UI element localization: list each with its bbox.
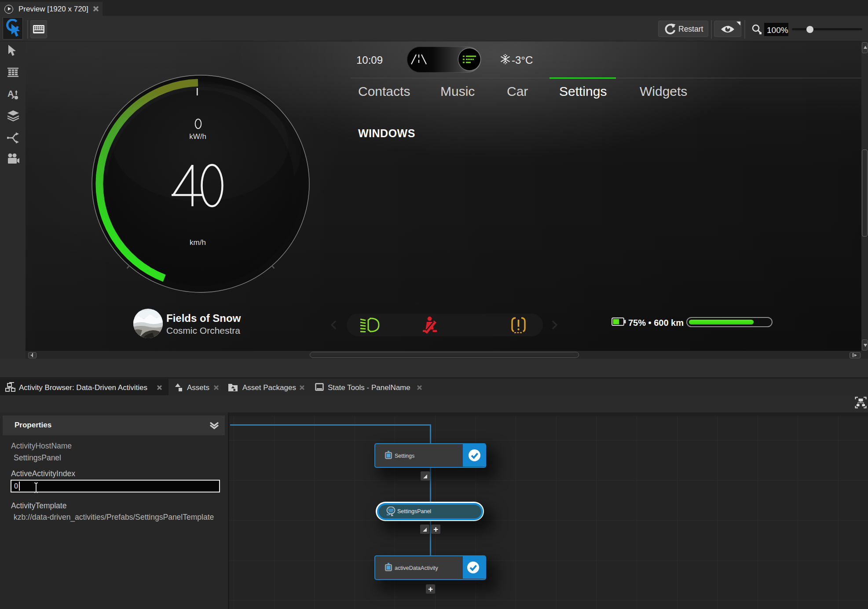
svg-text:kW/h: kW/h (189, 132, 206, 141)
svg-text:km/h: km/h (190, 238, 206, 247)
